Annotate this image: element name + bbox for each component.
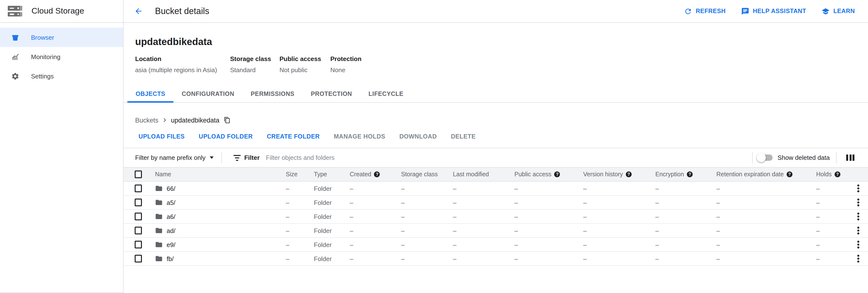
row-cell: – <box>655 185 716 192</box>
row-cell: Folder <box>314 199 350 206</box>
select-checkbox[interactable] <box>135 227 142 234</box>
select-checkbox[interactable] <box>135 185 142 192</box>
row-menu-button[interactable] <box>848 227 868 234</box>
copy-icon[interactable] <box>224 117 230 124</box>
select-checkbox[interactable] <box>135 255 142 262</box>
column-header-type[interactable]: Type <box>314 171 350 178</box>
select-all-checkbox[interactable] <box>135 170 142 178</box>
column-header-encryption[interactable]: Encryption? <box>655 171 716 178</box>
column-header-name[interactable]: Name <box>148 171 286 178</box>
download-button[interactable]: DOWNLOAD <box>399 133 437 140</box>
page-title: Bucket details <box>155 6 209 16</box>
row-cell: – <box>816 199 848 206</box>
object-name-link[interactable]: a6/ <box>166 213 175 220</box>
breadcrumb-buckets-link[interactable]: Buckets <box>135 117 158 124</box>
row-cell: – <box>583 241 655 248</box>
select-checkbox[interactable] <box>135 199 142 206</box>
row-menu-button[interactable] <box>848 255 868 262</box>
sidebar-item-settings[interactable]: Settings <box>0 66 123 86</box>
row-cell: – <box>453 185 515 192</box>
select-checkbox[interactable] <box>135 213 142 220</box>
object-name-link[interactable]: ad/ <box>166 227 175 234</box>
sidebar-header: Cloud Storage <box>0 0 123 23</box>
row-cell: – <box>453 199 515 206</box>
object-name-link[interactable]: e9/ <box>166 241 175 248</box>
column-header-public-access[interactable]: Public access? <box>515 171 583 178</box>
object-name-link[interactable]: 66/ <box>166 185 175 192</box>
row-cell: – <box>583 185 655 192</box>
row-cell: – <box>583 255 655 262</box>
back-arrow-icon[interactable] <box>134 7 143 15</box>
object-name-link[interactable]: a5/ <box>166 199 175 206</box>
object-name-link[interactable]: fb/ <box>166 255 174 262</box>
main-area: Bucket details REFRESH HELP ASSISTANT LE… <box>124 0 868 293</box>
breadcrumb-current: updatedbikedata <box>171 117 219 124</box>
bucket-tabs: OBJECTS CONFIGURATION PERMISSIONS PROTEC… <box>124 85 868 103</box>
help-icon[interactable]: ? <box>687 171 693 177</box>
upload-files-button[interactable]: UPLOAD FILES <box>138 133 185 140</box>
row-cell: – <box>350 227 401 234</box>
column-header-storage-class[interactable]: Storage class <box>401 171 453 178</box>
refresh-button[interactable]: REFRESH <box>684 7 726 15</box>
manage-holds-button[interactable]: MANAGE HOLDS <box>334 133 385 140</box>
row-cell: – <box>401 227 453 234</box>
tab-objects[interactable]: OBJECTS <box>127 85 174 102</box>
meta-location: Location asia (multiple regions in Asia) <box>135 55 230 74</box>
sidebar-item-monitoring[interactable]: Monitoring <box>0 47 123 66</box>
monitoring-chart-icon <box>11 53 20 61</box>
table-row: ad/ – Folder – – – – – – – – <box>124 224 868 238</box>
help-icon[interactable]: ? <box>835 171 840 177</box>
column-header-created[interactable]: Created? <box>350 171 401 178</box>
filter-bar: Filter by name prefix only Filter Show d… <box>124 148 868 167</box>
row-menu-button[interactable] <box>848 199 868 206</box>
meta-protection: Protection None <box>330 55 362 74</box>
sidebar-item-browser[interactable]: Browser <box>0 28 123 47</box>
help-assistant-button[interactable]: HELP ASSISTANT <box>741 7 806 15</box>
sidebar-item-label: Browser <box>31 34 54 41</box>
column-header-version-history[interactable]: Version history? <box>583 171 655 178</box>
row-cell: – <box>583 199 655 206</box>
delete-button[interactable]: DELETE <box>451 133 476 140</box>
bucket-details-content: updatedbikedata Location asia (multiple … <box>124 23 868 293</box>
row-menu-button[interactable] <box>848 213 868 220</box>
learn-button[interactable]: LEARN <box>822 7 855 15</box>
table-row: e9/ – Folder – – – – – – – – <box>124 238 868 252</box>
folder-icon <box>155 227 163 234</box>
row-cell: – <box>655 255 716 262</box>
filter-input[interactable] <box>266 154 752 161</box>
column-header-holds[interactable]: Holds? <box>816 171 848 178</box>
row-menu-button[interactable] <box>848 185 868 192</box>
row-cell: – <box>350 199 401 206</box>
create-folder-button[interactable]: CREATE FOLDER <box>267 133 320 140</box>
table-row: a6/ – Folder – – – – – – – – <box>124 210 868 224</box>
row-cell: – <box>716 227 816 234</box>
row-cell: – <box>515 185 583 192</box>
folder-icon <box>155 213 163 220</box>
column-header-retention-expiration-date[interactable]: Retention expiration date? <box>716 171 816 178</box>
tab-configuration[interactable]: CONFIGURATION <box>174 85 242 102</box>
row-cell: – <box>583 213 655 220</box>
tab-lifecycle[interactable]: LIFECYCLE <box>361 85 412 102</box>
column-display-options-icon[interactable] <box>846 155 855 161</box>
divider <box>221 152 222 163</box>
column-header-size[interactable]: Size <box>286 171 314 178</box>
help-icon[interactable]: ? <box>626 171 631 177</box>
show-deleted-toggle[interactable] <box>758 155 773 161</box>
row-cell: – <box>350 185 401 192</box>
divider <box>836 152 837 163</box>
filter-scope-dropdown[interactable]: Filter by name prefix only <box>135 154 214 161</box>
sidebar-nav: Browser Monitoring Settings <box>0 23 123 86</box>
row-cell: – <box>453 227 515 234</box>
upload-folder-button[interactable]: UPLOAD FOLDER <box>199 133 253 140</box>
help-icon[interactable]: ? <box>374 171 380 177</box>
tab-permissions[interactable]: PERMISSIONS <box>242 85 303 102</box>
tab-protection[interactable]: PROTECTION <box>303 85 361 102</box>
row-cell: – <box>716 185 816 192</box>
help-icon[interactable]: ? <box>786 171 793 177</box>
select-checkbox[interactable] <box>135 241 142 249</box>
row-cell: – <box>655 199 716 206</box>
table-row: a5/ – Folder – – – – – – – – <box>124 196 868 210</box>
column-header-last-modified[interactable]: Last modified <box>453 171 515 178</box>
help-icon[interactable]: ? <box>554 171 560 177</box>
row-menu-button[interactable] <box>848 241 868 249</box>
